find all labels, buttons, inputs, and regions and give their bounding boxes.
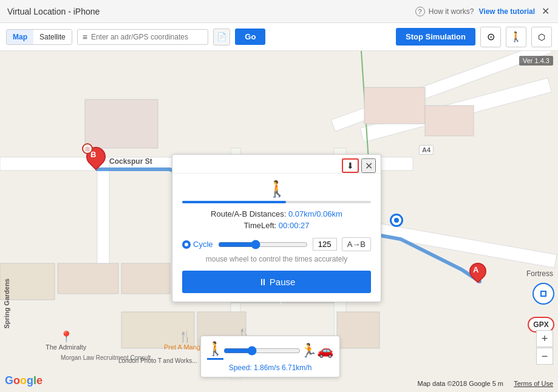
svg-rect-19 xyxy=(364,87,425,124)
walk-figure-icon: 🚶 xyxy=(267,180,287,198)
cockspur-st-label: Cockspur St xyxy=(109,157,152,166)
svg-rect-18 xyxy=(85,100,158,148)
target-icon: ⊙ xyxy=(487,31,495,42)
map-tab[interactable]: Map xyxy=(7,30,33,44)
map-area[interactable]: Cockspur St Spring Gardens A4 A4 Fortres… xyxy=(0,51,558,392)
svg-rect-17 xyxy=(337,312,379,348)
location-button[interactable]: ⊙ xyxy=(480,27,501,47)
zoom-controls: + − xyxy=(536,330,553,365)
panel-header: ⬇ ✕ xyxy=(172,155,381,174)
view-tutorial-link[interactable]: View the tutorial xyxy=(479,7,535,16)
pause-button[interactable]: ⏸ Pause xyxy=(182,271,371,293)
walk-icon: 🚶 xyxy=(510,31,522,42)
walk-button[interactable]: 🚶 xyxy=(506,27,526,47)
go-button[interactable]: Go xyxy=(235,29,265,45)
current-position-marker xyxy=(390,214,403,227)
titlebar-right: ? How it works? View the tutorial ✕ xyxy=(415,6,551,17)
spring-gardens-label: Spring Gardens xyxy=(3,279,10,329)
coord-input-wrapper: ≡ xyxy=(77,29,209,45)
map-data-text: Map data ©2018 Google 5 m xyxy=(418,380,503,387)
titlebar: Virtual Location - iPhone ? How it works… xyxy=(0,0,558,23)
car-speed-icon[interactable]: 🚗 xyxy=(317,343,333,359)
speed-value: 125 xyxy=(313,238,337,251)
target-circle-button[interactable] xyxy=(532,283,554,305)
toolbar: Map Satellite ≡ 📄 Go Stop Simulation ⊙ 🚶… xyxy=(0,23,558,51)
terms-of-use-link[interactable]: Terms of Use xyxy=(514,380,553,387)
file-button[interactable]: 📄 xyxy=(213,29,230,46)
list-icon: ≡ xyxy=(83,32,87,42)
target-inner-circle xyxy=(540,291,546,297)
how-it-works-label: ? How it works? xyxy=(415,7,474,16)
share-icon: ⬡ xyxy=(538,32,545,42)
radio-dot xyxy=(182,240,191,249)
cycle-row: Cycle 125 A→B xyxy=(182,237,371,251)
share-button[interactable]: ⬡ xyxy=(531,27,552,47)
panel-download-button[interactable]: ⬇ xyxy=(342,158,359,173)
app-title: Virtual Location - iPhone xyxy=(7,7,100,16)
question-icon: ? xyxy=(415,7,425,16)
progress-bar-fill xyxy=(182,201,286,203)
route-info: Route/A-B Distances: 0.07km/0.06km xyxy=(182,209,371,218)
cycle-label: Cycle xyxy=(193,240,213,249)
panel-close-button[interactable]: ✕ xyxy=(361,158,376,173)
panel-body: 🚶 Route/A-B Distances: 0.07km/0.06km Tim… xyxy=(172,174,381,302)
speed-panel: 🚶 🏃 🚗 Speed: 1.86m/s 6.71km/h xyxy=(200,336,340,377)
svg-rect-20 xyxy=(425,106,474,136)
close-button[interactable]: ✕ xyxy=(540,6,551,17)
version-badge: Ver 1.4.3 xyxy=(519,56,553,66)
ab-direction-button[interactable]: A→B xyxy=(342,237,371,251)
progress-bar-wrapper xyxy=(182,201,371,203)
a4-label-2: A4 xyxy=(419,145,434,155)
walk-speed-icon[interactable]: 🚶 xyxy=(207,341,223,360)
svg-rect-11 xyxy=(121,263,170,294)
pin-a: A xyxy=(469,260,487,286)
satellite-tab[interactable]: Satellite xyxy=(33,30,72,44)
speed-text: Speed: 1.86m/s 6.71km/h xyxy=(207,363,333,372)
zoom-out-button[interactable]: − xyxy=(536,348,553,365)
svg-rect-4 xyxy=(97,160,109,269)
pin-b: B ◎ xyxy=(85,147,107,169)
admiralty-poi: 📍 The Admiralty xyxy=(46,330,86,351)
svg-rect-10 xyxy=(58,263,118,294)
london-photo-label: London Photo T and Works... xyxy=(118,357,197,364)
run-speed-icon[interactable]: 🏃 xyxy=(301,343,317,359)
google-logo: Google xyxy=(5,374,43,387)
fortress-label: Fortress xyxy=(526,269,553,278)
map-satellite-toggle: Map Satellite xyxy=(6,29,72,45)
speed-slider[interactable] xyxy=(218,240,308,249)
download-icon: ⬇ xyxy=(347,161,354,171)
route-panel: ⬇ ✕ 🚶 Route/A-B Distances: 0.07km/0.06km… xyxy=(172,154,381,302)
coord-input[interactable] xyxy=(91,33,203,41)
walker-icon-area: 🚶 xyxy=(182,180,371,198)
speed-icons-row: 🚶 🏃 🚗 xyxy=(207,341,333,360)
zoom-in-button[interactable]: + xyxy=(536,330,553,347)
wheel-hint: mouse wheel to control the times accurat… xyxy=(182,255,371,263)
time-info: TimeLeft: 00:00:27 xyxy=(182,221,371,230)
speed-mode-slider[interactable] xyxy=(223,346,301,356)
stop-simulation-button[interactable]: Stop Simulation xyxy=(396,28,475,46)
cycle-radio[interactable]: Cycle xyxy=(182,240,213,249)
file-icon: 📄 xyxy=(217,32,226,41)
